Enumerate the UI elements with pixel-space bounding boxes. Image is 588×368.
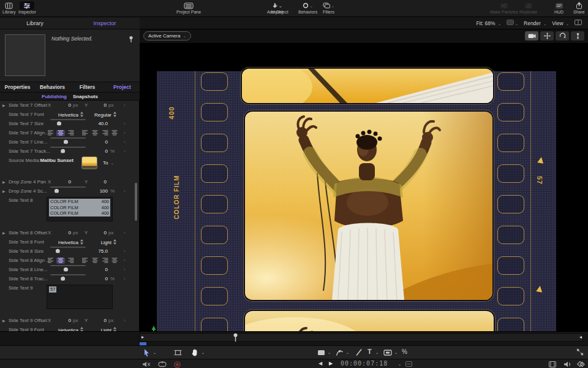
x-value-field[interactable]: 0 xyxy=(61,230,71,236)
expand-timeline-icon[interactable] xyxy=(576,348,584,356)
tab-inspector[interactable]: Inspector xyxy=(70,17,140,29)
y-value-field[interactable]: 0 xyxy=(97,179,107,185)
slider-track[interactable] xyxy=(50,274,86,275)
align-text-button[interactable] xyxy=(47,258,55,264)
add-object-button[interactable]: +⌄ Add Object xyxy=(267,1,288,14)
slider-thumb[interactable] xyxy=(61,149,65,153)
filters-button[interactable]: ⌄ Filters xyxy=(323,1,334,14)
parameter-animation-menu[interactable]: › xyxy=(124,258,126,263)
slider-thumb[interactable] xyxy=(64,267,68,272)
disclosure-triangle-icon[interactable]: ▶ xyxy=(2,180,6,184)
media-to-menu[interactable]: To ⌄ xyxy=(103,160,118,166)
align-paragraph-button[interactable] xyxy=(81,258,89,264)
slider-thumb[interactable] xyxy=(61,277,65,281)
shape-tool-caret[interactable]: ⌄ xyxy=(328,350,331,355)
tab-filters[interactable]: Filters xyxy=(70,82,105,92)
play-button[interactable]: ▶ xyxy=(329,361,333,366)
show-keyframe-editor-icon[interactable] xyxy=(576,361,585,367)
slider-value-field[interactable]: 0 xyxy=(93,267,108,272)
source-media-thumbnail[interactable] xyxy=(81,156,97,169)
disclosure-triangle-icon[interactable]: ▶ xyxy=(2,189,6,193)
parameter-animation-menu[interactable]: › xyxy=(124,267,126,272)
pan-view-tool[interactable] xyxy=(540,31,554,40)
channels-icon[interactable]: ⌄ xyxy=(507,20,518,26)
active-camera-menu[interactable]: Active Camera ⌄ xyxy=(143,31,191,40)
tab-project[interactable]: Project xyxy=(105,82,140,92)
text-content-field[interactable]: 57 xyxy=(47,285,113,309)
paint-stroke-tool[interactable] xyxy=(355,348,363,356)
pin-icon[interactable] xyxy=(129,34,134,45)
font-family-select[interactable]: Helvetica xyxy=(51,112,83,118)
x-value-field[interactable]: 0 xyxy=(61,179,71,185)
slider-value-field[interactable]: 40.0 xyxy=(93,121,108,126)
slider-value-field[interactable]: 0 xyxy=(93,139,108,145)
record-icon[interactable] xyxy=(174,361,181,368)
slider-track[interactable] xyxy=(50,247,86,248)
stepper-icon[interactable] xyxy=(113,239,116,244)
parameter-animation-menu[interactable]: › xyxy=(124,230,126,236)
text-tool[interactable]: T xyxy=(368,348,372,355)
x-value-field[interactable]: 0 xyxy=(61,102,71,108)
mask-tool-caret[interactable]: ⌄ xyxy=(394,350,398,355)
timecode-menu-caret[interactable]: ⌄ xyxy=(398,362,401,366)
zoom-level-menu[interactable]: Fit: 68% ⌄ xyxy=(476,20,501,26)
y-value-field[interactable]: 0 xyxy=(97,102,107,108)
slider-thumb[interactable] xyxy=(56,249,60,253)
previous-frame-button[interactable]: ◀ xyxy=(318,361,322,366)
align-paragraph-button[interactable] xyxy=(100,258,109,264)
parameter-animation-menu[interactable]: › xyxy=(124,121,126,126)
project-pane-button[interactable]: Project Pane xyxy=(176,1,201,14)
align-text-button[interactable] xyxy=(66,130,75,136)
show-timeline-icon[interactable] xyxy=(549,361,556,367)
align-paragraph-button[interactable] xyxy=(110,258,119,264)
disclosure-triangle-icon[interactable]: ▶ xyxy=(2,318,6,323)
bezier-tool[interactable] xyxy=(336,348,344,356)
timecode-display-icon[interactable] xyxy=(405,361,412,367)
canvas-viewport[interactable]: 400 COLOR FILM 57 xyxy=(140,43,588,331)
stepper-icon[interactable] xyxy=(113,112,116,117)
dolly-view-tool[interactable] xyxy=(571,31,584,40)
play-range-end-marker[interactable]: ◂ xyxy=(579,334,582,340)
timeline-ruler[interactable] xyxy=(140,333,583,342)
font-face-select[interactable]: Regular xyxy=(91,112,116,118)
mute-audio-icon[interactable] xyxy=(142,361,151,367)
x-value-field[interactable]: 0 xyxy=(61,318,71,323)
crop-tool[interactable] xyxy=(174,349,182,356)
align-text-button[interactable] xyxy=(66,258,75,264)
loop-playback-icon[interactable] xyxy=(158,361,167,367)
slider-value-field[interactable]: 100 xyxy=(93,188,108,194)
y-value-field[interactable]: 0 xyxy=(97,230,107,236)
align-paragraph-button[interactable] xyxy=(100,130,109,136)
disclosure-triangle-icon[interactable]: ▶ xyxy=(2,103,6,107)
text-content-field[interactable]: COLOR FILM400COLOR FILM400COLOR FILM400 xyxy=(47,197,113,221)
show-audio-icon[interactable] xyxy=(564,361,571,367)
library-button[interactable]: Library xyxy=(2,1,15,14)
slider-track[interactable] xyxy=(50,186,86,188)
bezier-tool-caret[interactable]: ⌄ xyxy=(346,350,349,355)
align-paragraph-button[interactable] xyxy=(91,130,99,136)
slider-track[interactable] xyxy=(50,265,86,266)
parameter-animation-menu[interactable]: › xyxy=(124,139,126,145)
layout-icon[interactable] xyxy=(575,20,582,26)
font-family-select[interactable]: Helvetica xyxy=(51,239,83,245)
align-paragraph-button[interactable] xyxy=(91,258,99,264)
view-menu[interactable]: View ⌄ xyxy=(552,20,569,26)
parameter-animation-menu[interactable]: › xyxy=(124,276,126,282)
slider-thumb[interactable] xyxy=(64,140,68,144)
behaviors-button[interactable]: ⌄ Behaviors xyxy=(298,1,317,14)
text-tool-caret[interactable]: ⌄ xyxy=(375,350,379,355)
current-timecode[interactable]: 00:00:07:18 xyxy=(341,360,388,367)
share-button[interactable]: Share xyxy=(573,1,585,14)
tab-behaviors[interactable]: Behaviors xyxy=(35,82,70,92)
stepper-icon[interactable] xyxy=(80,239,83,244)
disclosure-triangle-icon[interactable]: ▶ xyxy=(2,231,6,235)
slider-thumb[interactable] xyxy=(57,121,61,126)
stepper-icon[interactable] xyxy=(80,112,83,117)
shape-rectangle-tool[interactable] xyxy=(317,350,325,356)
panel-scrollbar[interactable] xyxy=(135,183,137,221)
tab-properties[interactable]: Properties xyxy=(0,82,35,92)
y-value-field[interactable]: 0 xyxy=(97,318,107,323)
slider-value-field[interactable]: 0 xyxy=(93,276,108,282)
inspector-button[interactable]: Inspector xyxy=(18,1,36,14)
orbit-view-tool[interactable] xyxy=(556,31,569,40)
